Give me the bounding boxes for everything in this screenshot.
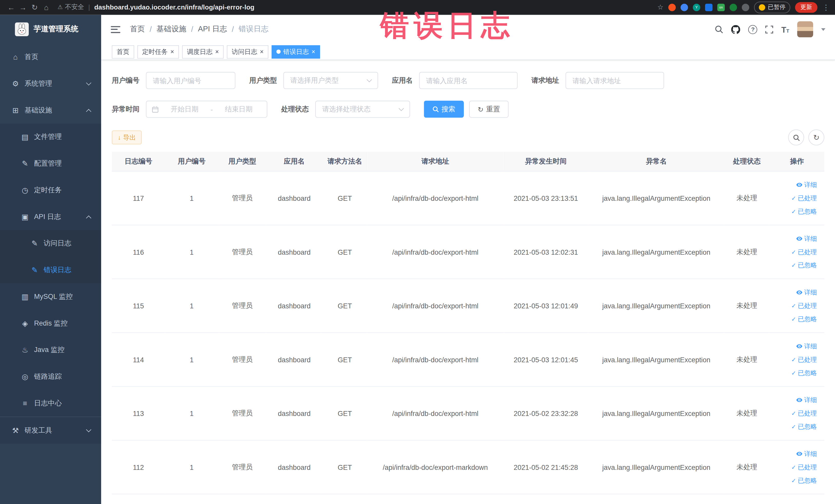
close-icon[interactable]: × [170, 48, 174, 55]
toggle-search-button[interactable] [788, 129, 804, 145]
search-button[interactable]: 搜索 [424, 101, 464, 118]
update-button[interactable]: 更新 [795, 2, 817, 12]
action-ignored[interactable]: ✓已忽略 [772, 259, 817, 272]
help-icon[interactable]: ? [748, 25, 757, 34]
paused-chip[interactable]: 已暂停 [754, 1, 790, 13]
action-label: 详细 [804, 180, 817, 189]
sidebar-item-infrastructure[interactable]: ⊞ 基础设施 [0, 97, 101, 124]
user-type-select[interactable]: 请选择用户类型 [283, 72, 378, 89]
action-label: 已处理 [798, 247, 817, 257]
action-detail[interactable]: 详细 [772, 178, 817, 191]
action-detail[interactable]: 详细 [772, 447, 817, 461]
sidebar-item-trace[interactable]: ◎ 链路追踪 [0, 363, 101, 390]
cell-exception-time: 2021-05-02 23:32:28 [503, 386, 588, 440]
sidebar-item-dev-tools[interactable]: ⚒ 研发工具 [0, 417, 101, 444]
tab-scheduled-jobs[interactable]: 定时任务 × [137, 45, 179, 58]
browser-home-icon[interactable]: ⌂ [41, 3, 53, 11]
sidebar-item-api-log[interactable]: ▣ API 日志 [0, 203, 101, 230]
action-ignored[interactable]: ✓已忽略 [772, 205, 817, 218]
table-row: 117 1 管理员 dashboard GET /api/infra/db-do… [112, 171, 824, 225]
app-name-input[interactable] [419, 72, 518, 89]
tags-view: 首页 定时任务 × 调度日志 × 访问日志 × 错误日志 × [101, 44, 835, 60]
sidebar-item-scheduled-jobs[interactable]: ◷ 定时任务 [0, 177, 101, 204]
action-processed[interactable]: ✓已处理 [772, 353, 817, 366]
action-ignored[interactable]: ✓已忽略 [772, 474, 817, 487]
tab-label: 首页 [117, 47, 129, 56]
action-ignored[interactable]: ✓已忽略 [772, 366, 817, 380]
cell-user-type: 管理员 [219, 333, 266, 387]
hamburger-icon[interactable] [111, 26, 120, 33]
eye-icon [796, 236, 803, 242]
action-detail[interactable]: 详细 [772, 286, 817, 299]
action-processed[interactable]: ✓已处理 [772, 299, 817, 313]
sidebar-item-log-center[interactable]: ≡ 日志中心 [0, 390, 101, 417]
breadcrumb-api-log[interactable]: API 日志 [198, 24, 227, 34]
address-bar[interactable]: ⚠ 不安全 | dashboard.yudao.iocoder.cn/infra… [58, 3, 657, 12]
action-label: 已忽略 [798, 368, 817, 378]
user-avatar[interactable] [797, 21, 813, 37]
close-icon[interactable]: × [312, 48, 315, 55]
reset-button[interactable]: ↻ 重置 [469, 101, 509, 118]
database-icon: ▥ [21, 293, 29, 301]
reload-icon[interactable]: ↻ [29, 3, 41, 11]
extension-icon[interactable] [742, 3, 749, 11]
search-icon[interactable] [715, 25, 724, 34]
action-detail[interactable]: 详细 [772, 394, 817, 407]
sidebar-item-file-manage[interactable]: ▤ 文件管理 [0, 123, 101, 150]
exception-time-range-picker[interactable]: 开始日期 - 结束日期 [146, 101, 267, 118]
action-processed[interactable]: ✓已处理 [772, 245, 817, 259]
font-size-icon[interactable]: TT [781, 25, 789, 33]
folder-icon: ▤ [21, 133, 29, 141]
sidebar-item-system-manage[interactable]: ⚙ 系统管理 [0, 70, 101, 97]
extension-icon[interactable] [705, 3, 713, 11]
close-icon[interactable]: × [215, 48, 219, 55]
table-row: 112 1 管理员 dashboard GET /api/infra/db-do… [112, 440, 824, 494]
cell-status: 未处理 [724, 225, 769, 279]
sidebar-item-error-log[interactable]: ✎ 错误日志 [0, 257, 101, 283]
check-icon: ✓ [791, 195, 796, 202]
gear-icon: ⚙ [11, 79, 20, 88]
action-detail[interactable]: 详细 [772, 232, 817, 245]
export-button[interactable]: ↓ 导出 [112, 130, 142, 144]
breadcrumb-home[interactable]: 首页 [130, 24, 145, 34]
tab-access-log[interactable]: 访问日志 × [227, 45, 268, 58]
sidebar-item-config-manage[interactable]: ✎ 配置管理 [0, 150, 101, 177]
extension-icon[interactable] [680, 3, 688, 11]
action-ignored[interactable]: ✓已忽略 [772, 313, 817, 326]
forward-icon[interactable]: → [17, 3, 29, 11]
extension-icon[interactable] [668, 3, 676, 11]
bookmark-star-icon[interactable]: ☆ [657, 3, 664, 11]
app-logo[interactable]: 芋道管理系统 [0, 15, 101, 44]
close-icon[interactable]: × [260, 48, 264, 55]
sidebar-item-home[interactable]: ⌂ 首页 [0, 44, 101, 70]
sidebar-item-redis-monitor[interactable]: ◈ Redis 监控 [0, 310, 101, 337]
action-processed[interactable]: ✓已处理 [772, 191, 817, 205]
kebab-menu-icon[interactable]: ⋮ [822, 3, 830, 11]
process-status-select[interactable]: 请选择处理状态 [315, 101, 410, 118]
tab-schedule-log[interactable]: 调度日志 × [182, 45, 224, 58]
tab-home[interactable]: 首页 [112, 45, 134, 58]
sidebar-item-java-monitor[interactable]: ♨ Java 监控 [0, 337, 101, 363]
table-row: 113 1 管理员 dashboard GET /api/infra/db-do… [112, 386, 824, 440]
chevron-down-icon[interactable] [821, 28, 826, 31]
extension-icon[interactable] [730, 3, 737, 11]
fullscreen-icon[interactable] [766, 25, 773, 33]
refresh-button[interactable]: ↻ [808, 129, 824, 145]
github-icon[interactable] [731, 25, 740, 34]
extension-icon[interactable]: Y [693, 3, 700, 11]
sidebar-item-mysql-monitor[interactable]: ▥ MySQL 监控 [0, 283, 101, 310]
tab-error-log[interactable]: 错误日志 × [271, 45, 320, 58]
back-icon[interactable]: ← [5, 3, 17, 11]
sidebar-item-access-log[interactable]: ✎ 访问日志 [0, 230, 101, 257]
action-processed[interactable]: ✓已处理 [772, 460, 817, 474]
date-start-placeholder: 开始日期 [162, 104, 207, 114]
action-processed[interactable]: ✓已处理 [772, 407, 817, 420]
action-label: 详细 [804, 449, 817, 458]
action-ignored[interactable]: ✓已忽略 [772, 420, 817, 434]
user-id-input[interactable] [146, 72, 236, 89]
request-url-input[interactable] [566, 72, 664, 89]
extension-icon[interactable]: on [717, 3, 725, 11]
cell-actions: 详细 ✓已处理 ✓已忽略 [770, 386, 824, 440]
breadcrumb-infra[interactable]: 基础设施 [157, 24, 186, 34]
action-detail[interactable]: 详细 [772, 340, 817, 353]
